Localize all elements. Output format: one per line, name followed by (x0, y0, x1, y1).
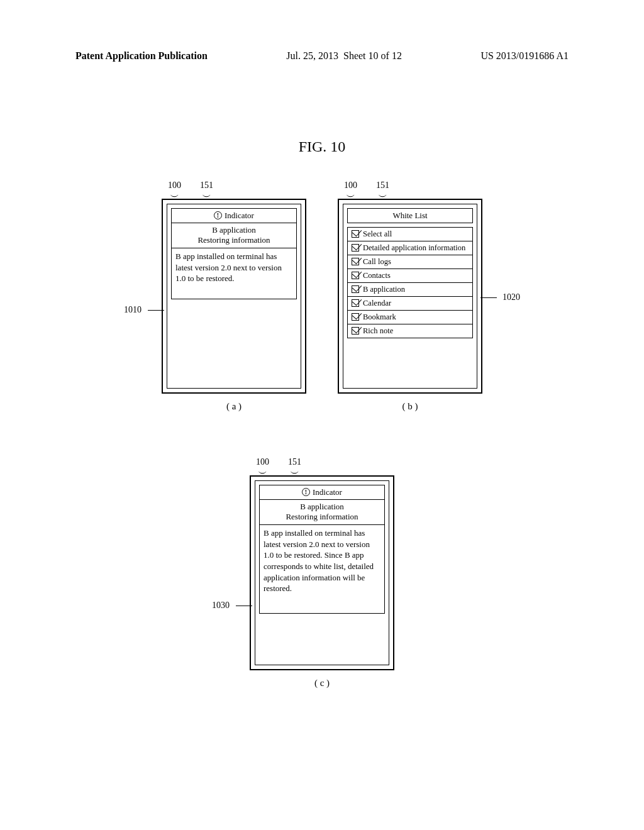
list-item[interactable]: B application (348, 283, 472, 297)
checkbox-icon[interactable] (352, 299, 359, 307)
checkbox-icon[interactable] (352, 313, 359, 321)
checkbox-icon[interactable] (352, 244, 359, 252)
list-item[interactable]: Bookmark (348, 311, 472, 324)
alert-icon: ! (214, 211, 222, 219)
device-c: ! Indicator B application Restoring info… (250, 475, 394, 670)
publication-number: US 2013/0191686 A1 (480, 50, 569, 62)
list-item[interactable]: Contacts (348, 269, 472, 283)
publication-label: Patent Application Publication (75, 50, 208, 62)
callout-label-1030: 1030 (212, 600, 230, 611)
checkbox-icon[interactable] (352, 285, 359, 293)
sublabel-c: ( c ) (250, 678, 394, 689)
info-panel-a: ! Indicator B application Restoring info… (171, 208, 297, 300)
list-item[interactable]: Select all (348, 228, 472, 241)
screen-b: White List Select all Detailed applicati… (343, 204, 477, 389)
checkbox-icon[interactable] (352, 272, 359, 279)
indicator-header-c: ! Indicator (260, 485, 384, 500)
white-list-header: White List (347, 208, 473, 223)
panel-body-c: B app installed on terminal has latest v… (260, 525, 384, 613)
device-wrap-c: 1030 100⏝ 151⏝ ! Indicator B application… (250, 459, 394, 689)
panel-subheader-c: B application Restoring information (260, 500, 384, 526)
alert-icon: ! (302, 488, 310, 496)
device-a: ! Indicator B application Restoring info… (162, 199, 306, 394)
refs-a: 100⏝ 151⏝ (168, 182, 306, 196)
sublabel-a: ( a ) (162, 401, 306, 412)
screen-a: ! Indicator B application Restoring info… (167, 204, 301, 389)
white-list: Select all Detailed application informat… (347, 227, 473, 338)
checkbox-icon[interactable] (352, 230, 359, 238)
panel-subheader-a: B application Restoring information (172, 223, 296, 249)
list-item[interactable]: Calendar (348, 297, 472, 311)
date-sheet: Jul. 25, 2013 Sheet 10 of 12 (286, 50, 402, 62)
refs-c: 100⏝ 151⏝ (256, 459, 394, 473)
callout-label-1020: 1020 (502, 292, 520, 302)
panel-body-a: B app installed on terminal has latest v… (172, 248, 296, 299)
info-panel-c: ! Indicator B application Restoring info… (259, 485, 385, 614)
device-wrap-b: 1020 100⏝ 151⏝ White List Select all Det… (338, 182, 482, 412)
indicator-header-a: ! Indicator (172, 209, 296, 223)
figure-title: FIG. 10 (0, 138, 644, 155)
checkbox-icon[interactable] (352, 327, 359, 335)
refs-b: 100⏝ 151⏝ (344, 182, 482, 196)
callout-line-1020 (480, 297, 497, 298)
list-item[interactable]: Detailed application information (348, 241, 472, 255)
sublabel-b: ( b ) (338, 401, 482, 412)
list-item[interactable]: Call logs (348, 255, 472, 269)
checkbox-icon[interactable] (352, 258, 359, 265)
list-item[interactable]: Rich note (348, 324, 472, 338)
device-b: White List Select all Detailed applicati… (338, 199, 482, 394)
callout-label-1010: 1010 (124, 305, 142, 315)
screen-c: ! Indicator B application Restoring info… (255, 480, 389, 665)
device-wrap-a: 1010 100⏝ 151⏝ ! Indicator B application… (162, 182, 306, 412)
page-header: Patent Application Publication Jul. 25, … (0, 50, 644, 62)
